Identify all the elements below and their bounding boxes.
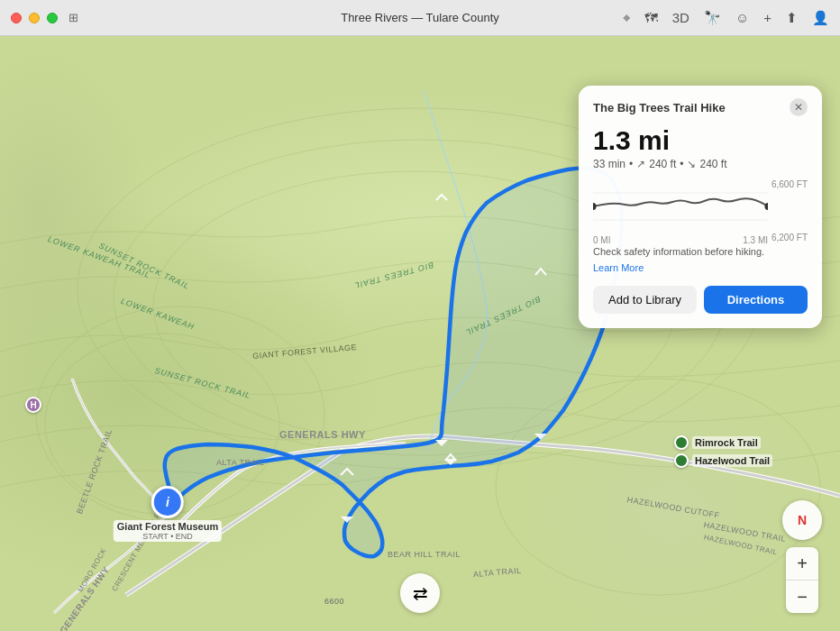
- learn-more-link[interactable]: Learn More: [593, 262, 644, 273]
- elevation-y-labels: 6,600 FT 6,200 FT: [772, 179, 808, 242]
- toolbar-controls: ⌖ 🗺 3D 🔭 ☺ + ⬆ 👤: [623, 10, 829, 26]
- svg-point-12: [593, 203, 597, 210]
- poi-rimrock[interactable]: Rimrock Trail: [674, 435, 761, 450]
- close-button[interactable]: [11, 13, 22, 23]
- elevation-down-icon: ↘: [687, 158, 696, 170]
- card-header: The Big Trees Trail Hike ✕: [593, 98, 808, 116]
- add-icon[interactable]: +: [763, 10, 772, 26]
- fullscreen-button[interactable]: [47, 13, 58, 23]
- trail-time: 33 min: [593, 158, 625, 170]
- h-marker: H: [25, 397, 41, 413]
- card-close-button[interactable]: ✕: [790, 98, 808, 116]
- compass-north-label: N: [798, 513, 807, 527]
- info-card: The Big Trees Trail Hike ✕ 1.3 mi 33 min…: [579, 86, 822, 328]
- elevation-chart-inner: [593, 179, 768, 233]
- x-label-start: 0 MI: [593, 235, 610, 245]
- elevation-chart: 6,600 FT 6,200 FT 0 MI 1.3 MI: [593, 179, 808, 242]
- poi-rimrock-icon: [674, 435, 689, 450]
- recenter-icon: ⇄: [413, 582, 428, 604]
- map-container[interactable]: LOWER KAWEAH TRAIL SUNSET ROCK TRAIL LOW…: [0, 36, 840, 631]
- traffic-lights: [11, 13, 58, 23]
- zoom-out-button[interactable]: −: [786, 581, 818, 613]
- card-title: The Big Trees Trail Hike: [593, 101, 726, 114]
- 3d-button[interactable]: 3D: [672, 10, 689, 26]
- add-to-library-button[interactable]: Add to Library: [593, 286, 697, 314]
- poi-hazelwood[interactable]: Hazelwood Trail: [674, 453, 772, 468]
- card-distance: 1.3 mi: [593, 125, 808, 156]
- share-icon[interactable]: ⬆: [786, 10, 798, 26]
- window-icon: ⊞: [68, 11, 83, 25]
- elevation-max-label: 6,600 FT: [772, 179, 808, 189]
- elevation-x-labels: 0 MI 1.3 MI: [593, 235, 768, 245]
- recenter-button[interactable]: ⇄: [400, 573, 440, 613]
- binoculars-icon[interactable]: 🔭: [704, 10, 721, 26]
- zoom-in-button[interactable]: +: [786, 547, 818, 580]
- elevation-gain: 240 ft: [649, 158, 676, 170]
- elevation-loss: 240 ft: [699, 158, 726, 170]
- account-icon[interactable]: 👤: [812, 10, 829, 26]
- zoom-controls: + −: [786, 547, 818, 613]
- smiley-icon[interactable]: ☺: [735, 10, 749, 26]
- elevation-min-label: 6,200 FT: [772, 233, 808, 242]
- map-controls: N + −: [782, 500, 822, 613]
- marker-icon: i: [151, 486, 184, 518]
- card-actions: Add to Library Directions: [593, 286, 808, 314]
- start-end-marker[interactable]: i Giant Forest Museum START • END: [114, 486, 222, 542]
- poi-hazelwood-icon: [674, 453, 689, 468]
- minimize-button[interactable]: [29, 13, 40, 23]
- marker-label: Giant Forest Museum START • END: [114, 520, 222, 542]
- directions-button[interactable]: Directions: [704, 286, 808, 314]
- map-icon[interactable]: 🗺: [644, 10, 658, 26]
- safety-text: Check safety information before hiking.: [593, 246, 808, 257]
- x-label-end: 1.3 MI: [743, 235, 768, 245]
- location-icon[interactable]: ⌖: [623, 10, 630, 26]
- card-meta: 33 min • ↗ 240 ft • ↘ 240 ft: [593, 158, 808, 170]
- compass-rose[interactable]: N: [782, 500, 822, 540]
- elevation-up-icon: ↗: [636, 158, 645, 170]
- titlebar: ⊞ Three Rivers — Tulare County ⌖ 🗺 3D 🔭 …: [0, 0, 840, 36]
